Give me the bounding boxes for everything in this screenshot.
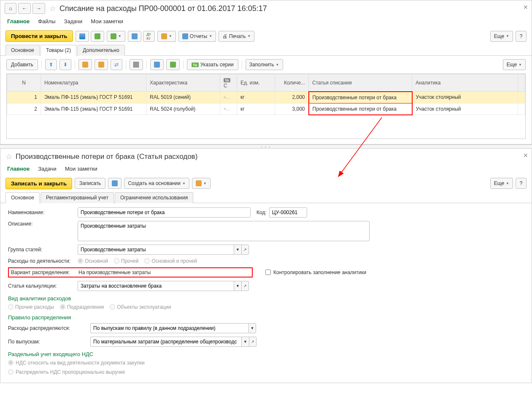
barcode-button[interactable] (130, 59, 143, 70)
col-qty[interactable]: Количе... (275, 74, 309, 92)
dropdown-icon[interactable]: ▼ (234, 245, 241, 255)
subtab-main[interactable]: Основное (5, 45, 40, 56)
variant-value: На производственные затраты (78, 269, 151, 275)
bottom-nav-tabs: Главное Задачи Мои заметки (0, 163, 532, 175)
col-unit[interactable]: Ед. изм. (237, 74, 275, 92)
bottom-titlebar: ☆ Производственные потери от брака (Стат… (0, 149, 532, 163)
vat-radio-doc[interactable]: НДС относить на вид деятельности докумен… (8, 360, 145, 366)
table-toolbar: Добавить ⬆ ⬇ ⇄ №Указать серии Заполнить▼… (0, 56, 532, 73)
col-analytics[interactable]: Аналитика (412, 74, 518, 92)
post-button[interactable] (91, 31, 104, 42)
share-button[interactable]: ⇄ (111, 59, 122, 70)
group-input[interactable] (78, 245, 234, 255)
code-label: Код: (257, 210, 267, 215)
tab-main[interactable]: Главное (7, 166, 30, 172)
open-icon[interactable]: ↗ (241, 245, 249, 255)
code-input[interactable] (269, 207, 307, 218)
post-and-close-button[interactable]: Провести и закрыть (5, 30, 73, 42)
activity-radio-group: Основной Прочей Основной и прочей (78, 258, 197, 264)
toolbar: Провести и закрыть ▼ ДтКт ▼ Отчеты▼ 🖨Печ… (0, 28, 532, 44)
dt-kt-button[interactable]: ДтКт (143, 31, 155, 42)
activity-radio-other[interactable]: Прочей (114, 258, 138, 264)
more-button[interactable]: Еще▼ (490, 31, 513, 42)
home-button[interactable]: ⌂ (5, 3, 16, 14)
col-extra[interactable] (518, 74, 525, 92)
table-row[interactable]: 2 Эмаль ПФ-115 (эмаль) ГОСТ Р 51691 RAL … (7, 103, 525, 115)
write-and-close-button[interactable]: Записать и закрыть (5, 178, 72, 189)
close-icon[interactable]: ✕ (523, 152, 528, 159)
analytics-radio-other[interactable]: Прочие расходы (8, 304, 54, 310)
attach-button[interactable]: ▼ (192, 178, 211, 189)
tab-files[interactable]: Файлы (38, 18, 55, 24)
print-button[interactable]: 🖨Печать▼ (219, 31, 254, 42)
subtab-additional[interactable]: Дополнительно (77, 45, 124, 56)
name-input[interactable] (78, 207, 251, 218)
analytics-radio-group: Прочие расходы Подразделения Объекты экс… (8, 304, 171, 310)
activity-radio-both[interactable]: Основной и прочей (144, 258, 197, 264)
tab-notes[interactable]: Мои заметки (65, 166, 97, 172)
splitter[interactable]: • • • (0, 144, 532, 149)
subtab-main[interactable]: Основное (5, 192, 40, 203)
import-button[interactable] (150, 59, 164, 70)
desc-textarea[interactable] (78, 221, 370, 241)
tab-main[interactable]: Главное (7, 18, 30, 24)
save-button[interactable] (76, 31, 89, 42)
copy-button[interactable] (78, 59, 92, 70)
dropdown-icon[interactable]: ▼ (241, 337, 249, 347)
move-up-button[interactable]: ⬆ (45, 59, 57, 70)
paste-button[interactable] (95, 59, 108, 70)
set-series-button[interactable]: №Указать серии (187, 59, 238, 70)
add-button[interactable]: Добавить (6, 59, 38, 70)
col-characteristic[interactable]: Характеристика (146, 74, 220, 92)
subtab-goods[interactable]: Товары (2) (41, 45, 76, 56)
distribution-rule-header: Правило распределения (8, 314, 524, 321)
subtab-reg-accounting[interactable]: Регламентированный учет (41, 192, 114, 203)
write-button[interactable]: Записать (75, 178, 105, 189)
col-nomenclature[interactable]: Номенклатура (41, 74, 146, 92)
calc-label: Статья калькуляции: (8, 283, 78, 289)
tab-tasks[interactable]: Задачи (38, 166, 57, 172)
byout-input[interactable] (90, 337, 241, 347)
activity-radio-main[interactable]: Основной (78, 258, 108, 264)
calc-input[interactable] (78, 281, 234, 291)
favorite-icon[interactable]: ☆ (49, 4, 56, 13)
structure-button[interactable] (128, 31, 141, 42)
tab-tasks[interactable]: Задачи (64, 18, 83, 24)
export-button[interactable] (166, 59, 180, 70)
more-button[interactable]: Еще▼ (490, 178, 513, 189)
col-writeoff[interactable]: Статья списания (309, 74, 412, 92)
dist-input[interactable] (90, 323, 248, 333)
analytics-type-header: Вид аналитики расходов (8, 295, 524, 302)
dropdown-icon[interactable]: ▼ (248, 323, 256, 333)
vat-header: Раздельный учет входящего НДС (8, 351, 524, 357)
analytics-radio-objects[interactable]: Объекты эксплуатации (110, 304, 171, 310)
back-button[interactable]: ← (18, 3, 31, 14)
col-series[interactable]: № С (220, 74, 237, 92)
open-icon[interactable]: ↗ (241, 281, 249, 291)
analytics-radio-dept[interactable]: Подразделения (60, 304, 104, 310)
reports-button[interactable]: Отчеты▼ (178, 31, 216, 42)
vat-radio-revenue[interactable]: Распределять НДС пропорционально выручке (8, 369, 125, 375)
create-based-button[interactable]: ▼ (157, 31, 176, 42)
fill-button[interactable]: Заполнить▼ (246, 59, 283, 70)
close-icon[interactable]: ✕ (523, 4, 528, 11)
help-button[interactable]: ? (516, 31, 527, 42)
variant-highlight: Вариант распределения: На производственн… (8, 267, 253, 278)
forward-button[interactable]: → (32, 3, 45, 14)
table-more-button[interactable]: Еще▼ (503, 59, 526, 70)
control-checkbox[interactable] (265, 269, 271, 275)
list-button[interactable] (108, 178, 122, 189)
table-row[interactable]: 1 Эмаль ПФ-115 (эмаль) ГОСТ Р 51691 RAL … (7, 92, 525, 103)
create-based-on-button[interactable]: Создать на основании▼ (124, 178, 189, 189)
dropdown-icon[interactable]: ▼ (234, 281, 241, 291)
attach-button[interactable]: ▼ (107, 31, 125, 42)
help-button[interactable]: ? (516, 178, 527, 189)
col-n[interactable]: N (7, 74, 41, 92)
move-down-button[interactable]: ⬇ (59, 59, 71, 70)
bottom-sub-tabs: Основное Регламентированный учет Огранич… (0, 192, 532, 203)
goods-table: N Номенклатура Характеристика № С Ед. из… (6, 73, 526, 139)
tab-notes[interactable]: Мои заметки (91, 18, 123, 24)
subtab-restriction[interactable]: Ограничение использования (115, 192, 193, 203)
open-icon[interactable]: ↗ (249, 337, 257, 347)
favorite-icon[interactable]: ☆ (5, 152, 12, 161)
